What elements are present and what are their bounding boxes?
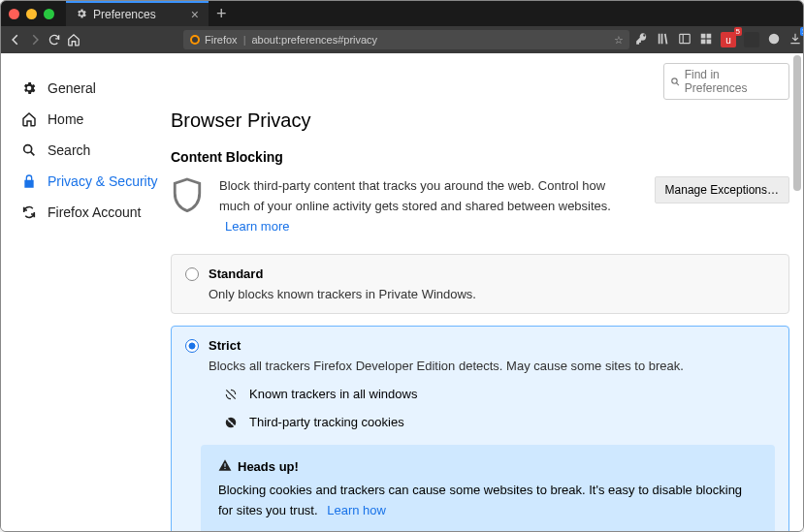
content-blocking-intro: Block third-party content that tracks yo… (171, 176, 789, 236)
svg-rect-5 (701, 39, 706, 44)
section-content-blocking-header: Content Blocking (171, 149, 789, 165)
learn-more-link[interactable]: Learn more (225, 219, 289, 234)
sidebar-item-label: Home (48, 111, 83, 127)
navbar: Firefox | about:preferences#privacy ☆ u … (1, 26, 803, 53)
svg-rect-4 (707, 33, 712, 38)
svg-rect-3 (701, 33, 706, 38)
svg-point-7 (769, 33, 780, 44)
warning-icon (218, 458, 232, 475)
back-button[interactable] (9, 33, 22, 47)
gear-icon (20, 80, 38, 96)
firefox-icon (189, 34, 201, 46)
scrollbar-thumb[interactable] (793, 55, 801, 191)
content-blocking-intro-text: Block third-party content that tracks yo… (219, 178, 611, 213)
sidebar-item-home[interactable]: Home (20, 104, 161, 135)
svg-rect-6 (707, 39, 712, 44)
new-tab-button[interactable]: + (209, 4, 235, 24)
search-icon (670, 77, 681, 87)
home-button[interactable] (67, 33, 80, 47)
url-text: about:preferences#privacy (251, 34, 377, 46)
find-in-preferences-input[interactable]: Find in Preferences (663, 63, 789, 100)
minimize-window-button[interactable] (26, 9, 37, 19)
addons-icon[interactable] (699, 32, 713, 48)
option-card-strict: Strict Blocks all trackers Firefox Devel… (171, 326, 789, 532)
key-icon[interactable] (635, 32, 649, 48)
bullet-trackers: Known trackers in all windows (224, 387, 775, 401)
notification-badge: 5 (734, 27, 742, 36)
sidebar-toggle-icon[interactable] (678, 32, 691, 48)
extension-icon-red[interactable]: u 5 (721, 32, 736, 47)
forward-button[interactable] (28, 33, 42, 47)
lock-icon (20, 173, 38, 189)
downloads-badge: 1 (800, 27, 804, 36)
tab-title: Preferences (93, 8, 156, 21)
sidebar-item-label: Search (48, 142, 90, 158)
toolbar-right: u 5 1 (635, 32, 804, 48)
radio-standard[interactable] (185, 267, 199, 281)
shield-icon (171, 176, 204, 218)
headsup-title-text: Heads up! (238, 459, 299, 474)
reload-button[interactable] (48, 33, 61, 47)
house-icon (20, 111, 38, 127)
close-window-button[interactable] (9, 9, 19, 19)
sync-icon (20, 204, 38, 220)
headsup-notice: Heads up! Blocking cookies and trackers … (201, 445, 775, 532)
sidebar-item-label: Firefox Account (48, 204, 142, 220)
search-placeholder: Find in Preferences (685, 68, 783, 95)
svg-point-8 (24, 145, 32, 153)
url-bar[interactable]: Firefox | about:preferences#privacy ☆ (183, 30, 629, 49)
extension-icon-2[interactable] (767, 32, 781, 48)
scrollbar[interactable] (793, 53, 801, 532)
traffic-lights (9, 9, 54, 19)
sidebar-item-account[interactable]: Firefox Account (20, 197, 161, 228)
svg-rect-2 (680, 34, 691, 43)
option-name: Strict (209, 338, 241, 353)
search-icon (20, 142, 38, 158)
sidebar-item-label: Privacy & Security (48, 173, 158, 189)
maximize-window-button[interactable] (44, 9, 54, 19)
option-desc: Only blocks known trackers in Private Wi… (209, 287, 775, 301)
tracker-icon (224, 388, 240, 401)
bullet-cookies: Third-party tracking cookies (224, 415, 775, 429)
library-icon[interactable] (657, 32, 670, 48)
extension-icon-dark[interactable] (744, 32, 759, 47)
svg-point-9 (672, 78, 677, 82)
radio-strict[interactable] (185, 339, 199, 353)
headsup-body-text: Blocking cookies and trackers can cause … (218, 483, 742, 517)
tab-icon (76, 8, 93, 22)
titlebar: Preferences × + (1, 1, 803, 26)
sidebar-item-privacy[interactable]: Privacy & Security (20, 166, 161, 197)
close-tab-button[interactable]: × (191, 7, 199, 22)
sidebar-item-search[interactable]: Search (20, 135, 161, 166)
manage-exceptions-button[interactable]: Manage Exceptions… (655, 176, 789, 203)
strict-bullets: Known trackers in all windows Third-part… (224, 387, 775, 429)
downloads-icon[interactable]: 1 (788, 32, 802, 48)
preferences-sidebar: General Home Search Privacy & Security F (1, 53, 161, 532)
bookmark-star-icon[interactable]: ☆ (614, 34, 624, 47)
sidebar-item-general[interactable]: General (20, 73, 161, 104)
cookie-icon (224, 416, 240, 429)
tab-preferences[interactable]: Preferences × (66, 1, 209, 26)
option-name: Standard (209, 266, 263, 281)
tabstrip: Preferences × + (66, 1, 234, 26)
page-title: Browser Privacy (171, 110, 789, 132)
learn-how-link[interactable]: Learn how (327, 503, 386, 517)
option-card-standard: Standard Only blocks known trackers in P… (171, 254, 789, 314)
svg-point-1 (192, 37, 198, 43)
url-identity: Firefox (205, 34, 238, 46)
page-content: General Home Search Privacy & Security F (1, 53, 803, 532)
main-panel: Find in Preferences Browser Privacy Cont… (161, 53, 803, 532)
sidebar-item-label: General (48, 80, 96, 96)
option-desc: Blocks all trackers Firefox Developer Ed… (209, 359, 775, 373)
